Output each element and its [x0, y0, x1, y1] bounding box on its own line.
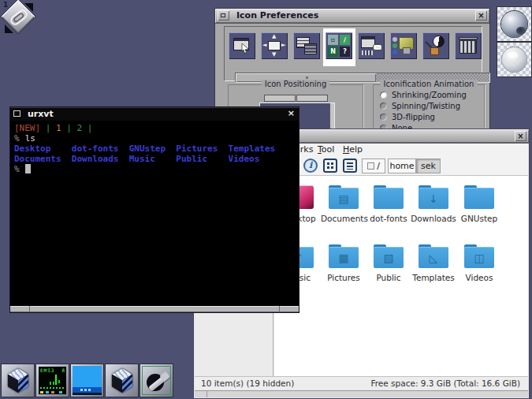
dock-icon-blue-app[interactable] [70, 364, 104, 397]
folder-pictures[interactable]: ▦ Pictures [321, 244, 366, 282]
folder-icon [374, 185, 404, 209]
list-view-icon [343, 158, 357, 173]
folder-icon: ◺ [419, 244, 448, 268]
cube-icon [5, 367, 32, 395]
menu-help[interactable]: Help [343, 144, 363, 155]
folder-public[interactable]: ▧ Public [366, 244, 411, 282]
dock-icon-configure[interactable] [140, 364, 173, 397]
miniaturize-icon [221, 13, 225, 17]
ls-output-line1: Desktop dot-fonts GNUstep Pictures Templ… [14, 144, 299, 154]
folder-icon [464, 185, 494, 209]
dock-icon-system-monitor[interactable]: EMS38 [35, 364, 69, 397]
menu-tool[interactable]: Tool [318, 144, 334, 155]
position-top-right-button[interactable] [296, 95, 328, 102]
window-title: Icon Preferences [236, 10, 318, 21]
icon-preferences-icon: ▫ ∕ N ? [326, 32, 352, 59]
workspace-clip[interactable]: 1 [0, 0, 38, 38]
tab-window-focus[interactable] [226, 28, 259, 66]
cube-icon [109, 367, 136, 395]
tab-window-placement[interactable]: ▲▼ ◄► [259, 28, 291, 66]
folder-icon: ◫ [464, 244, 494, 268]
dock-icon-wmaker[interactable] [497, 6, 532, 42]
group-label: Icon Positioning [262, 80, 329, 88]
ghost-sphere-icon [502, 47, 526, 72]
menu-preferences-icon [293, 32, 320, 59]
free-space: Free space: 9.3 GiB (Total: 16.6 GiB) [371, 378, 521, 388]
window-title: urxvt [28, 109, 54, 119]
resize-bar[interactable] [10, 306, 299, 312]
window-placement-icon: ▲▼ ◄► [261, 32, 288, 59]
icon-view-button[interactable] [323, 158, 338, 173]
window-handling-icon: ··· [358, 32, 385, 59]
terminal-window: urxvt × [NEW] | 1 | 2 | %ls Desktop dot-… [9, 106, 299, 313]
folder-icon: ▧ [374, 244, 404, 268]
folder-videos[interactable]: ◫ Videos [456, 244, 502, 282]
dock-icon-gnustep-cube-1[interactable] [1, 364, 35, 397]
status-bar: 10 item(s) (19 hidden) Free space: 9.3 G… [195, 376, 528, 390]
folder-documents[interactable]: ▤ Documents [321, 185, 366, 223]
miniaturize-button[interactable] [218, 10, 229, 21]
workspace-number: 1 [3, 1, 8, 9]
prompt-line: % [14, 164, 299, 174]
close-button[interactable]: × [288, 108, 295, 118]
ls-output-line2: Documents Downloads Music Public Videos [14, 154, 299, 164]
system-monitor-icon: EMS38 [39, 367, 66, 394]
workspace-icon [455, 32, 482, 59]
radio-icon [380, 114, 387, 121]
info-button[interactable]: i [303, 158, 318, 173]
path-root-button[interactable]: / [362, 158, 385, 173]
wmaker-sphere-icon [501, 11, 527, 37]
iconification-animation-group: Iconification Animation Shrinking/Zoomin… [373, 84, 485, 130]
radio-3d-flipping[interactable]: 3D-flipping [380, 112, 435, 121]
terminal-content[interactable]: [NEW] | 1 | 2 | %ls Desktop dot-fonts GN… [10, 121, 299, 308]
folder-gnustep[interactable]: GNUstep [456, 185, 502, 223]
folder-downloads[interactable]: ↓ Downloads [411, 185, 456, 223]
list-view-button[interactable] [343, 158, 358, 173]
miniaturize-button[interactable] [13, 110, 20, 117]
dock-icon-ghost-sphere[interactable] [497, 42, 532, 77]
tab-appearance[interactable] [420, 28, 452, 66]
close-button[interactable]: × [515, 131, 526, 141]
window-focus-icon [229, 32, 255, 59]
folder-templates[interactable]: ◺ Templates [411, 244, 456, 282]
info-icon: i [303, 158, 318, 173]
wprefs-section-strip: ▲▼ ◄► ▫ ∕ N ? [224, 26, 482, 81]
tab-search-path[interactable] [388, 28, 420, 66]
folder-dot-fonts[interactable]: dot-fonts [366, 185, 411, 223]
tab-menu-preferences[interactable] [291, 28, 323, 66]
tab-bar[interactable]: [NEW] | 1 | 2 | [14, 123, 299, 133]
position-top-left-button[interactable] [264, 95, 296, 102]
drive-icon [367, 162, 374, 170]
tab-window-handling[interactable]: ··· [355, 28, 388, 66]
text-cursor [25, 164, 31, 173]
tab-icon-preferences[interactable]: ▫ ∕ N ? [323, 28, 355, 66]
path-home-button[interactable]: home [388, 158, 416, 173]
radio-icon [380, 91, 387, 99]
paperclip-icon [8, 7, 30, 28]
screwdriver-icon [142, 366, 171, 395]
path-user-button[interactable]: sek [416, 158, 441, 173]
search-path-icon [390, 32, 417, 59]
group-label: Iconification Animation [381, 80, 478, 88]
folder-icon: ↓ [419, 185, 448, 209]
radio-icon [380, 103, 387, 110]
radio-spinning-twisting[interactable]: Spinning/Twisting [380, 101, 460, 110]
blue-screen-icon [73, 366, 102, 395]
horizontal-scrollbar[interactable] [195, 390, 528, 397]
grid-view-icon [323, 158, 337, 173]
dock-icon-gnustep-cube-2[interactable] [105, 364, 139, 397]
tab-workspace[interactable] [452, 28, 485, 66]
desktop: Icon Preferences × ▲▼ ◄► [0, 0, 532, 399]
item-count: 10 item(s) (19 hidden) [201, 378, 294, 388]
folder-icon: ▦ [329, 244, 359, 268]
terminal-titlebar[interactable]: urxvt × [10, 107, 299, 121]
folder-icon: ▤ [329, 185, 359, 209]
wprefs-titlebar[interactable]: Icon Preferences × [215, 9, 489, 23]
appearance-icon [422, 32, 449, 59]
command-line: %ls [14, 133, 299, 144]
radio-shrinking-zooming[interactable]: Shrinking/Zooming [380, 90, 467, 99]
close-button[interactable]: × [475, 10, 487, 21]
